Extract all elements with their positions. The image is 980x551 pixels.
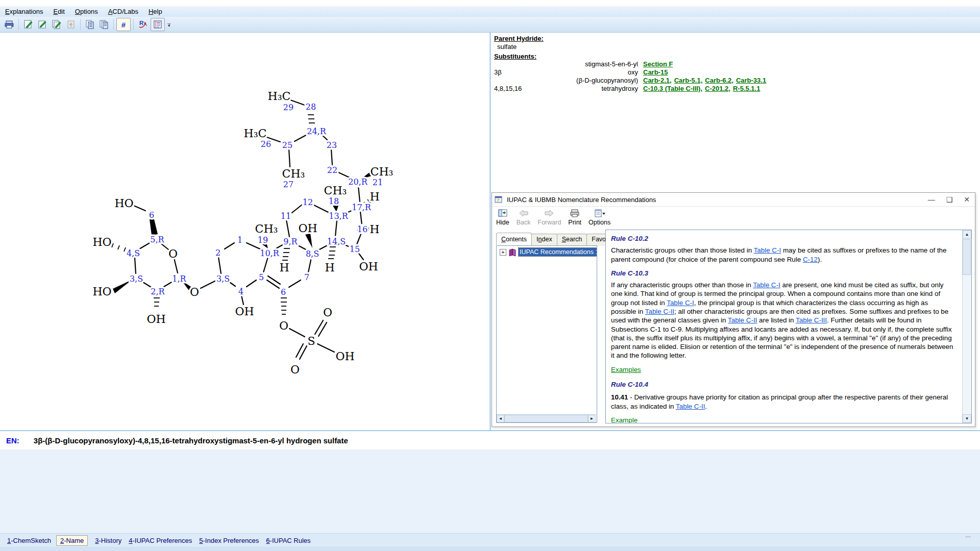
menu-bar: Explanations Edit Options ACD/Labs Help xyxy=(0,6,980,17)
help-print-button[interactable]: Print xyxy=(568,208,581,226)
forward-arrow-icon xyxy=(544,209,555,218)
hide-button[interactable]: Hide xyxy=(496,208,509,226)
toolbar-separator xyxy=(133,19,134,30)
close-button[interactable]: ✕ xyxy=(964,195,970,204)
rule-link[interactable]: Carb-2.1, xyxy=(643,77,672,84)
rule-paragraph: Characteristic groups other than those l… xyxy=(611,246,954,264)
svg-text:5: 5 xyxy=(259,272,264,282)
svg-text:6: 6 xyxy=(281,287,286,297)
rule-paragraph: If any characteristic groups other than … xyxy=(611,281,954,360)
back-button: Back xyxy=(517,208,531,226)
show-rules-button[interactable] xyxy=(151,18,165,31)
rule-link[interactable]: Section F xyxy=(643,60,673,68)
svg-text:O: O xyxy=(190,286,199,298)
menu-help[interactable]: Help xyxy=(143,7,167,16)
tree-horizontal-scrollbar[interactable]: ◄ ► xyxy=(497,414,596,422)
svg-text:2: 2 xyxy=(215,248,220,258)
copy-name-button[interactable] xyxy=(97,18,111,31)
tree-item-label[interactable]: IUPAC Recommendations 197 xyxy=(519,248,597,256)
tree-item-row[interactable]: + IUPAC Recommendations 197 xyxy=(500,248,597,256)
menu-acdlabs[interactable]: ACD/Labs xyxy=(103,7,143,16)
tab-index[interactable]: Index xyxy=(531,234,557,246)
rule-link[interactable]: C-201.2, xyxy=(705,85,730,92)
edit-all-button[interactable] xyxy=(50,18,63,31)
edit-page-icon xyxy=(37,19,47,30)
rule-heading: Rule C-10.3 xyxy=(611,269,954,278)
copy-icon xyxy=(85,19,95,30)
toolbar-overflow-button[interactable]: ─▾ xyxy=(167,22,170,27)
substituent-row: (β-D-glucopyranosyl) Carb-2.1,Carb-5.1,C… xyxy=(494,77,980,85)
tab-iupac-preferences[interactable]: 4-IUPAC Preferences xyxy=(129,537,192,544)
tab-index-preferences[interactable]: 5-Index Preferences xyxy=(199,537,259,544)
menu-explanations[interactable]: Explanations xyxy=(0,7,48,16)
maximize-button[interactable]: ❑ xyxy=(946,195,953,204)
svg-text:24,R: 24,R xyxy=(307,127,326,136)
svg-text:25: 25 xyxy=(282,140,292,150)
svg-text:19: 19 xyxy=(258,235,268,245)
svg-text:OH: OH xyxy=(146,313,165,325)
svg-text:H: H xyxy=(279,261,289,274)
help-window: ? IUPAC & IUBMB Nomenclature Recommendat… xyxy=(492,192,975,427)
svg-text:H: H xyxy=(370,190,379,203)
svg-text:HO: HO xyxy=(92,236,111,248)
substituent-row: 3β oxy Carb-15 xyxy=(494,68,980,77)
generated-name: 3β-(β-D-glucopyranosyloxy)-4,8,15,16-tet… xyxy=(34,436,348,445)
edit-doc-icon xyxy=(23,19,33,30)
print-button[interactable] xyxy=(3,18,16,31)
svg-text:10,R: 10,R xyxy=(260,248,279,258)
content-vertical-scrollbar[interactable]: ▲ ▼ xyxy=(962,230,971,423)
contents-tree: + IUPAC Recommendations 197 ◄ ► xyxy=(496,245,597,423)
minimize-button[interactable]: — xyxy=(928,195,935,204)
copy-structure-button[interactable] xyxy=(83,18,96,31)
rule-link[interactable]: C-10.3 (Table C-III), xyxy=(643,85,702,92)
examples-link[interactable]: Examples xyxy=(611,365,641,374)
atom-labels: H₃CH₃CCH₃CH₃CH₃CH₃OH-OHOHOHHHHHOHOHOOHOO… xyxy=(92,90,393,376)
edit-name-button[interactable] xyxy=(36,18,49,31)
rule-paragraph: 10.41 - Derivative groups have priority … xyxy=(611,393,954,411)
back-arrow-icon xyxy=(518,209,529,218)
help-titlebar[interactable]: ? IUPAC & IUBMB Nomenclature Recommendat… xyxy=(492,193,975,207)
svg-text:13,R: 13,R xyxy=(329,211,348,221)
main-toolbar: # R ─▾ xyxy=(0,17,980,33)
svg-text:S: S xyxy=(307,335,315,347)
stereo-descriptors-button[interactable]: R xyxy=(136,18,150,31)
substituent-name: oxy xyxy=(531,68,643,77)
svg-text:CH₃: CH₃ xyxy=(371,165,394,178)
rule-link[interactable]: Carb-6.2, xyxy=(705,77,733,84)
tab-chemsketch[interactable]: 1-ChemSketch xyxy=(7,537,51,544)
menu-edit[interactable]: Edit xyxy=(48,7,69,16)
scroll-right-arrow[interactable]: ► xyxy=(588,415,596,422)
scrollbar-thumb[interactable] xyxy=(504,415,588,422)
tab-search[interactable]: Search xyxy=(557,234,587,246)
rule-link[interactable]: R-5.5.1.1 xyxy=(733,85,760,92)
tab-name[interactable]: 2-Name xyxy=(56,535,88,546)
structure-canvas[interactable]: H₃CH₃CCH₃CH₃CH₃CH₃OH-OHOHOHHHHHOHOHOOHOO… xyxy=(0,33,488,430)
options-button[interactable]: Options xyxy=(589,208,610,226)
svg-text:21: 21 xyxy=(373,178,383,187)
tab-iupac-rules[interactable]: 6-IUPAC Rules xyxy=(266,537,310,544)
rule-link[interactable]: Carb-5.1, xyxy=(674,77,703,84)
scroll-up-arrow[interactable]: ▲ xyxy=(963,230,971,239)
show-locants-button[interactable]: # xyxy=(116,18,131,31)
substituents-label: Substituents: xyxy=(494,53,980,60)
forward-button: Forward xyxy=(538,208,561,226)
scroll-left-arrow[interactable]: ◄ xyxy=(497,415,504,422)
svg-text:17,R: 17,R xyxy=(352,203,371,212)
svg-text:18: 18 xyxy=(329,196,339,206)
rule-link[interactable]: Carb-33.1 xyxy=(736,77,766,84)
rule-link[interactable]: Carb-15 xyxy=(643,68,668,76)
example-link[interactable]: Example xyxy=(611,416,638,423)
language-label: EN: xyxy=(6,436,19,445)
tree-expand-icon[interactable]: + xyxy=(500,249,506,256)
svg-text:14,S: 14,S xyxy=(327,237,346,246)
scroll-down-arrow[interactable]: ▼ xyxy=(963,414,971,423)
substituent-locant xyxy=(494,77,531,85)
parent-hydride-value: sulfate xyxy=(497,43,980,51)
scrollbar-thumb[interactable] xyxy=(963,239,971,275)
tab-contents[interactable]: Contents xyxy=(496,233,532,245)
tab-history[interactable]: 3-History xyxy=(95,537,121,544)
substituent-locant: 4,8,15,16 xyxy=(494,85,531,93)
menu-options[interactable]: Options xyxy=(70,7,103,16)
svg-text:1: 1 xyxy=(237,235,242,245)
edit-structure-button[interactable] xyxy=(21,18,35,31)
